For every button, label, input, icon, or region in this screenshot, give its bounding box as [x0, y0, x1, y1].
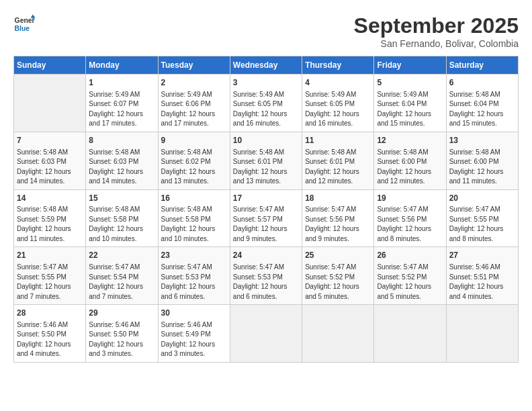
calendar-cell: [230, 305, 302, 363]
calendar-cell: 15 Sunrise: 5:48 AM Sunset: 5:58 PM Dayl…: [86, 189, 158, 247]
day-info: Sunrise: 5:48 AM Sunset: 5:58 PM Dayligh…: [89, 205, 154, 244]
day-number: 22: [89, 250, 154, 261]
weekday-header-monday: Monday: [86, 56, 158, 75]
day-info: Sunrise: 5:47 AM Sunset: 5:56 PM Dayligh…: [377, 205, 443, 244]
day-number: 15: [89, 193, 154, 204]
calendar-cell: 2 Sunrise: 5:49 AM Sunset: 6:06 PM Dayli…: [158, 75, 230, 132]
day-info: Sunrise: 5:48 AM Sunset: 6:00 PM Dayligh…: [377, 148, 443, 187]
day-number: 8: [89, 135, 154, 146]
weekday-header-row: SundayMondayTuesdayWednesdayThursdayFrid…: [14, 56, 519, 75]
day-info: Sunrise: 5:46 AM Sunset: 5:50 PM Dayligh…: [89, 320, 154, 359]
calendar-week-5: 28 Sunrise: 5:46 AM Sunset: 5:50 PM Dayl…: [14, 305, 519, 363]
day-number: 28: [17, 308, 83, 319]
page-header: General Blue September 2025 San Fernando…: [13, 13, 519, 49]
day-info: Sunrise: 5:48 AM Sunset: 6:02 PM Dayligh…: [161, 148, 227, 187]
calendar-week-2: 7 Sunrise: 5:48 AM Sunset: 6:03 PM Dayli…: [14, 132, 519, 189]
calendar-cell: 17 Sunrise: 5:47 AM Sunset: 5:57 PM Dayl…: [230, 189, 302, 247]
day-number: 30: [161, 308, 227, 319]
day-info: Sunrise: 5:48 AM Sunset: 6:01 PM Dayligh…: [233, 148, 299, 187]
weekday-header-sunday: Sunday: [14, 56, 86, 75]
day-number: 13: [449, 135, 515, 146]
weekday-header-saturday: Saturday: [446, 56, 518, 75]
day-info: Sunrise: 5:48 AM Sunset: 5:58 PM Dayligh…: [161, 205, 227, 244]
day-info: Sunrise: 5:49 AM Sunset: 6:05 PM Dayligh…: [233, 90, 299, 129]
day-info: Sunrise: 5:47 AM Sunset: 5:55 PM Dayligh…: [449, 205, 515, 244]
weekday-header-friday: Friday: [374, 56, 446, 75]
day-info: Sunrise: 5:49 AM Sunset: 6:06 PM Dayligh…: [161, 90, 227, 129]
day-number: 23: [161, 250, 227, 261]
day-info: Sunrise: 5:47 AM Sunset: 5:53 PM Dayligh…: [161, 263, 227, 302]
logo: General Blue: [13, 13, 35, 35]
day-info: Sunrise: 5:49 AM Sunset: 6:04 PM Dayligh…: [377, 90, 443, 129]
day-number: 7: [17, 135, 83, 146]
day-info: Sunrise: 5:47 AM Sunset: 5:52 PM Dayligh…: [377, 263, 443, 302]
day-info: Sunrise: 5:47 AM Sunset: 5:57 PM Dayligh…: [233, 205, 299, 244]
calendar-cell: 26 Sunrise: 5:47 AM Sunset: 5:52 PM Dayl…: [374, 247, 446, 305]
day-number: 6: [449, 77, 515, 89]
calendar-cell: 29 Sunrise: 5:46 AM Sunset: 5:50 PM Dayl…: [86, 305, 158, 363]
day-info: Sunrise: 5:47 AM Sunset: 5:55 PM Dayligh…: [17, 263, 83, 302]
day-info: Sunrise: 5:49 AM Sunset: 6:05 PM Dayligh…: [305, 90, 371, 129]
title-block: September 2025 San Fernando, Bolivar, Co…: [354, 13, 519, 49]
weekday-header-tuesday: Tuesday: [158, 56, 230, 75]
logo-icon: General Blue: [13, 13, 35, 35]
day-info: Sunrise: 5:46 AM Sunset: 5:51 PM Dayligh…: [449, 263, 515, 302]
day-info: Sunrise: 5:48 AM Sunset: 6:03 PM Dayligh…: [17, 148, 83, 187]
calendar-cell: [14, 75, 86, 132]
calendar-cell: 19 Sunrise: 5:47 AM Sunset: 5:56 PM Dayl…: [374, 189, 446, 247]
calendar-cell: 3 Sunrise: 5:49 AM Sunset: 6:05 PM Dayli…: [230, 75, 302, 132]
day-number: 19: [377, 193, 443, 204]
calendar-cell: 24 Sunrise: 5:47 AM Sunset: 5:53 PM Dayl…: [230, 247, 302, 305]
day-number: 20: [449, 193, 515, 204]
calendar-cell: 28 Sunrise: 5:46 AM Sunset: 5:50 PM Dayl…: [14, 305, 86, 363]
calendar-cell: 5 Sunrise: 5:49 AM Sunset: 6:04 PM Dayli…: [374, 75, 446, 132]
calendar-cell: 4 Sunrise: 5:49 AM Sunset: 6:05 PM Dayli…: [302, 75, 374, 132]
day-info: Sunrise: 5:47 AM Sunset: 5:54 PM Dayligh…: [89, 263, 154, 302]
day-info: Sunrise: 5:46 AM Sunset: 5:50 PM Dayligh…: [17, 320, 83, 359]
calendar-cell: 18 Sunrise: 5:47 AM Sunset: 5:56 PM Dayl…: [302, 189, 374, 247]
day-info: Sunrise: 5:48 AM Sunset: 5:59 PM Dayligh…: [17, 205, 83, 244]
calendar-cell: 25 Sunrise: 5:47 AM Sunset: 5:52 PM Dayl…: [302, 247, 374, 305]
calendar-cell: 23 Sunrise: 5:47 AM Sunset: 5:53 PM Dayl…: [158, 247, 230, 305]
day-number: 17: [233, 193, 299, 204]
calendar-cell: 1 Sunrise: 5:49 AM Sunset: 6:07 PM Dayli…: [86, 75, 158, 132]
day-number: 12: [377, 135, 443, 146]
calendar-cell: 16 Sunrise: 5:48 AM Sunset: 5:58 PM Dayl…: [158, 189, 230, 247]
day-number: 27: [449, 250, 515, 261]
day-number: 2: [161, 77, 227, 89]
calendar-table: SundayMondayTuesdayWednesdayThursdayFrid…: [13, 56, 519, 363]
day-info: Sunrise: 5:49 AM Sunset: 6:07 PM Dayligh…: [89, 90, 154, 129]
calendar-cell: 30 Sunrise: 5:46 AM Sunset: 5:49 PM Dayl…: [158, 305, 230, 363]
day-info: Sunrise: 5:48 AM Sunset: 6:04 PM Dayligh…: [449, 90, 515, 129]
day-number: 14: [17, 193, 83, 204]
day-info: Sunrise: 5:47 AM Sunset: 5:53 PM Dayligh…: [233, 263, 299, 302]
calendar-cell: [446, 305, 518, 363]
svg-text:Blue: Blue: [15, 25, 30, 32]
day-info: Sunrise: 5:48 AM Sunset: 6:03 PM Dayligh…: [89, 148, 154, 187]
month-title: September 2025: [354, 13, 519, 38]
calendar-cell: 6 Sunrise: 5:48 AM Sunset: 6:04 PM Dayli…: [446, 75, 518, 132]
calendar-cell: 7 Sunrise: 5:48 AM Sunset: 6:03 PM Dayli…: [14, 132, 86, 189]
day-number: 3: [233, 77, 299, 89]
day-info: Sunrise: 5:46 AM Sunset: 5:49 PM Dayligh…: [161, 320, 227, 359]
calendar-cell: 13 Sunrise: 5:48 AM Sunset: 6:00 PM Dayl…: [446, 132, 518, 189]
calendar-cell: 9 Sunrise: 5:48 AM Sunset: 6:02 PM Dayli…: [158, 132, 230, 189]
day-number: 5: [377, 77, 443, 89]
day-number: 16: [161, 193, 227, 204]
calendar-cell: 11 Sunrise: 5:48 AM Sunset: 6:01 PM Dayl…: [302, 132, 374, 189]
day-number: 25: [305, 250, 371, 261]
day-info: Sunrise: 5:47 AM Sunset: 5:52 PM Dayligh…: [305, 263, 371, 302]
location-subtitle: San Fernando, Bolivar, Colombia: [354, 38, 519, 49]
day-number: 11: [305, 135, 371, 146]
day-number: 1: [89, 77, 154, 89]
day-number: 4: [305, 77, 371, 89]
weekday-header-thursday: Thursday: [302, 56, 374, 75]
day-number: 9: [161, 135, 227, 146]
calendar-cell: 8 Sunrise: 5:48 AM Sunset: 6:03 PM Dayli…: [86, 132, 158, 189]
calendar-cell: 21 Sunrise: 5:47 AM Sunset: 5:55 PM Dayl…: [14, 247, 86, 305]
calendar-cell: 22 Sunrise: 5:47 AM Sunset: 5:54 PM Dayl…: [86, 247, 158, 305]
day-info: Sunrise: 5:48 AM Sunset: 6:00 PM Dayligh…: [449, 148, 515, 187]
calendar-cell: 20 Sunrise: 5:47 AM Sunset: 5:55 PM Dayl…: [446, 189, 518, 247]
calendar-week-4: 21 Sunrise: 5:47 AM Sunset: 5:55 PM Dayl…: [14, 247, 519, 305]
day-number: 10: [233, 135, 299, 146]
